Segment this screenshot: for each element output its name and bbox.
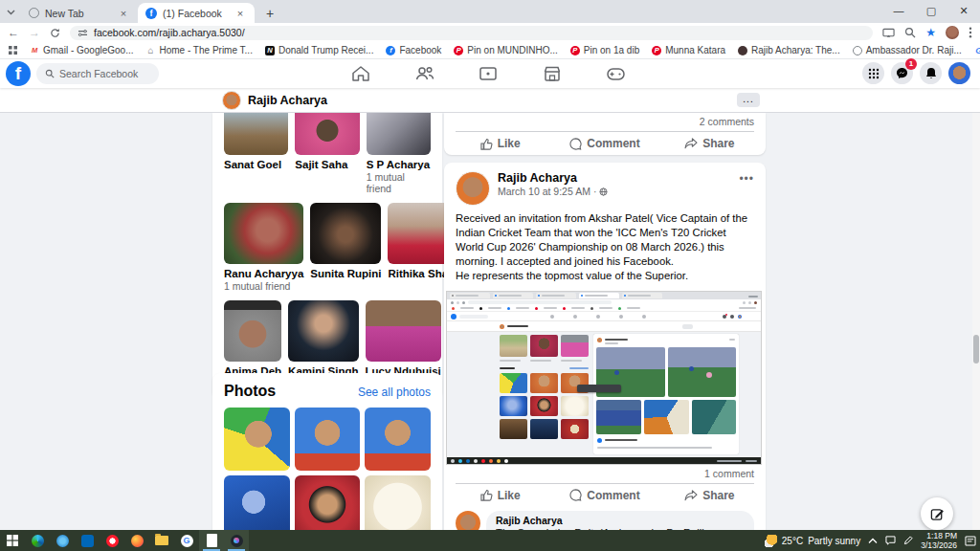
- tab-close-icon[interactable]: ×: [117, 7, 130, 20]
- photo-tile[interactable]: [224, 408, 290, 471]
- nav-friends-tab[interactable]: [412, 60, 438, 87]
- share-button[interactable]: Share: [657, 486, 762, 505]
- bookmark-item[interactable]: Rajib Acharya: The...: [738, 45, 840, 55]
- apps-grid-icon[interactable]: [8, 46, 17, 55]
- site-info-icon[interactable]: [78, 29, 88, 37]
- taskbar-app-edge[interactable]: [25, 530, 50, 551]
- like-button[interactable]: Like: [448, 486, 552, 505]
- compose-floating-button[interactable]: [921, 497, 953, 530]
- back-button[interactable]: ←: [8, 27, 19, 38]
- post-options-button[interactable]: •••: [739, 172, 754, 186]
- bookmark-item[interactable]: Pin on MUNDINHO...: [454, 45, 557, 55]
- bookmark-item[interactable]: Munna Katara: [652, 45, 725, 55]
- friend-tile[interactable]: S P Acharya1 mutual friend: [367, 113, 431, 194]
- photo-tile[interactable]: [295, 475, 361, 530]
- friend-tile[interactable]: Sajit Saha: [295, 113, 359, 194]
- taskbar-clock[interactable]: 1:18 PM 3/13/2026: [921, 531, 957, 550]
- account-avatar-button[interactable]: [948, 62, 970, 84]
- taskbar-app-explorer[interactable]: [149, 530, 174, 551]
- bookmark-item[interactable]: Gmail - GoogleGoo...: [30, 45, 133, 55]
- close-button[interactable]: ✕: [947, 0, 980, 23]
- friend-photo[interactable]: [295, 113, 359, 155]
- friend-photo[interactable]: [366, 300, 441, 362]
- friend-photo[interactable]: [367, 113, 431, 155]
- apps-menu-button[interactable]: [862, 62, 884, 84]
- photo-tile[interactable]: [224, 475, 290, 530]
- share-icon: [684, 138, 698, 149]
- comment-count[interactable]: 2 comments: [444, 113, 766, 131]
- profile-avatar[interactable]: [222, 91, 241, 110]
- taskbar-app-media[interactable]: [224, 530, 249, 551]
- bookmark-item[interactable]: host meaning - Goo...: [974, 45, 980, 55]
- comment-button[interactable]: Comment: [552, 134, 657, 153]
- nav-gaming-tab[interactable]: [602, 60, 629, 87]
- friend-photo[interactable]: [288, 300, 358, 362]
- start-button[interactable]: [0, 530, 25, 551]
- tab-new-tab[interactable]: New Tab ×: [21, 3, 138, 23]
- search-input[interactable]: Search Facebook: [36, 63, 159, 84]
- new-tab-button[interactable]: +: [260, 4, 279, 23]
- friend-photo[interactable]: [310, 203, 381, 264]
- cast-icon[interactable]: [882, 28, 895, 38]
- taskbar-app-edge-legacy[interactable]: [50, 530, 75, 551]
- scrollbar-track[interactable]: [972, 59, 980, 530]
- comment-count[interactable]: 1 comment: [444, 465, 766, 483]
- see-all-photos-link[interactable]: See all photos: [358, 386, 431, 399]
- profile-more-button[interactable]: ...: [737, 93, 760, 107]
- photo-tile[interactable]: [365, 408, 431, 471]
- friend-photo[interactable]: [224, 300, 281, 362]
- tab-facebook[interactable]: f (1) Facebook ×: [138, 3, 255, 23]
- post-author-name[interactable]: Rajib Acharya: [498, 171, 608, 186]
- friend-tile[interactable]: Sunita Rupini: [310, 203, 381, 292]
- comment-author-avatar[interactable]: [456, 511, 480, 530]
- scrollbar-thumb[interactable]: [973, 335, 979, 364]
- refresh-button[interactable]: [50, 28, 60, 38]
- messenger-button[interactable]: 1: [891, 62, 913, 84]
- address-bar[interactable]: facebook.com/rajib.acharya.5030/: [70, 26, 873, 40]
- pinterest-icon: [570, 46, 580, 55]
- share-button[interactable]: Share: [657, 134, 762, 153]
- taskbar-weather[interactable]: 25°C Partly sunny: [765, 535, 860, 547]
- edge-icon: [32, 535, 44, 547]
- photo-tile[interactable]: [295, 408, 361, 471]
- tray-chevron-icon[interactable]: [868, 538, 878, 544]
- tab-search-chevron-icon[interactable]: [0, 2, 21, 23]
- friend-photo[interactable]: [224, 203, 303, 264]
- tray-chat-icon[interactable]: [885, 536, 896, 545]
- minimize-button[interactable]: —: [882, 0, 915, 23]
- post-timestamp[interactable]: March 10 at 9:25 AM·: [498, 186, 608, 198]
- bookmark-item[interactable]: Ambassador Dr. Raji...: [853, 45, 962, 55]
- forward-button[interactable]: →: [29, 27, 40, 38]
- post-image-screenshot[interactable]: [446, 291, 762, 465]
- friend-photo[interactable]: [224, 113, 288, 155]
- taskbar-app-firefox[interactable]: [124, 530, 149, 551]
- friend-tile[interactable]: Sanat Goel: [224, 113, 288, 194]
- comment-author-name[interactable]: Rajib Acharya: [496, 515, 745, 526]
- photo-tile[interactable]: [365, 475, 431, 530]
- zoom-icon[interactable]: [904, 27, 916, 38]
- nav-marketplace-tab[interactable]: [539, 60, 566, 87]
- taskbar-app-google[interactable]: G: [174, 530, 199, 551]
- friend-tile[interactable]: Ranu Acharyya1 mutual friend: [224, 203, 303, 292]
- bookmark-star-icon[interactable]: ★: [925, 26, 936, 39]
- bookmark-item[interactable]: Donald Trump Recei...: [265, 45, 374, 55]
- like-button[interactable]: Like: [448, 134, 552, 153]
- taskbar-app-document[interactable]: [199, 530, 224, 551]
- nav-video-tab[interactable]: [475, 60, 501, 87]
- action-center-icon[interactable]: [965, 536, 976, 546]
- comment-button[interactable]: Comment: [552, 486, 657, 505]
- bookmark-item[interactable]: Pin on 1a dib: [570, 45, 639, 55]
- tray-pen-icon[interactable]: [903, 536, 913, 545]
- bookmark-item[interactable]: Home - The Prime T...: [145, 45, 252, 55]
- taskbar-app-store[interactable]: [75, 530, 100, 551]
- post-author-avatar[interactable]: [456, 171, 490, 206]
- nav-home-tab[interactable]: [347, 60, 374, 87]
- tab-close-icon[interactable]: ×: [234, 7, 247, 20]
- notifications-button[interactable]: [920, 62, 942, 84]
- chrome-menu-icon[interactable]: [969, 27, 972, 38]
- bookmark-item[interactable]: Facebook: [386, 45, 441, 55]
- taskbar-app-opera[interactable]: [100, 530, 124, 551]
- chrome-profile-avatar[interactable]: [946, 26, 959, 39]
- facebook-logo[interactable]: f: [6, 61, 31, 86]
- restore-button[interactable]: ▢: [915, 0, 947, 23]
